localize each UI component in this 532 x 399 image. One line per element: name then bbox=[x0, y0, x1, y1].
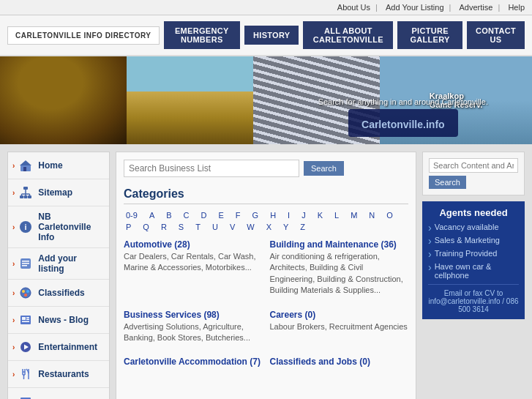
content-wrapper: › Home › Sitemap › i NB Carletonville In… bbox=[0, 144, 532, 399]
agents-item-text: Training Provided bbox=[435, 249, 498, 258]
alpha-nav-item[interactable]: K bbox=[315, 210, 325, 220]
sidebar-item-restaurants[interactable]: › Restaurants bbox=[8, 361, 109, 388]
site-logo[interactable]: CARLETONVILLE INFO DIRECTORY bbox=[7, 26, 160, 45]
agents-divider bbox=[428, 284, 519, 285]
contact-us-button[interactable]: CONTACT US bbox=[467, 21, 525, 49]
bullet-icon: › bbox=[428, 249, 432, 259]
sidebar-item-bottom[interactable]: › bbox=[8, 388, 109, 399]
alpha-nav-item[interactable]: P bbox=[124, 222, 133, 232]
category-desc: Car Dealers, Car Rentals, Car Wash, Mari… bbox=[124, 251, 263, 274]
svg-point-20 bbox=[26, 290, 29, 293]
bottom-icon bbox=[18, 393, 34, 399]
svg-marker-1 bbox=[20, 160, 31, 165]
sidebar-label-home: Home bbox=[38, 160, 62, 171]
alpha-nav-item[interactable]: A bbox=[147, 210, 157, 220]
all-about-button[interactable]: ALL ABOUT CARLETONVILLE bbox=[303, 21, 393, 49]
bullet-icon: › bbox=[428, 236, 432, 246]
alpha-nav-item[interactable]: N bbox=[367, 210, 377, 220]
category-name[interactable]: Automotive (28) bbox=[124, 239, 263, 250]
alpha-nav-item[interactable]: X bbox=[264, 222, 274, 232]
alpha-nav-item[interactable]: U bbox=[210, 222, 220, 232]
categories-title: Categories bbox=[124, 187, 408, 204]
sidebar-label-add-listing: Add your listing bbox=[38, 253, 105, 274]
sidebar-label-sitemap: Sitemap bbox=[38, 187, 72, 198]
alpha-nav-item[interactable]: Q bbox=[141, 222, 151, 232]
chevron-right-icon: › bbox=[12, 162, 15, 170]
alpha-nav-item[interactable]: J bbox=[299, 210, 308, 220]
picture-gallery-button[interactable]: PICTURE GALLERY bbox=[397, 21, 462, 49]
sidebar-item-news[interactable]: › News - Blog bbox=[8, 307, 109, 334]
agents-item: ›Training Provided bbox=[428, 249, 519, 259]
add-listing-link[interactable]: Add Your Listing bbox=[386, 3, 444, 12]
alpha-nav-item[interactable]: G bbox=[250, 210, 261, 220]
alpha-nav-item[interactable]: R bbox=[159, 222, 169, 232]
category-item: Business Services (98)Advertising Soluti… bbox=[124, 310, 263, 344]
right-panel: Search Agents needed ›Vacancy available›… bbox=[422, 152, 525, 399]
search-row: Search bbox=[124, 160, 408, 177]
home-icon bbox=[18, 157, 34, 174]
search-input[interactable] bbox=[124, 160, 299, 177]
alpha-nav-item[interactable]: H bbox=[268, 210, 278, 220]
about-us-link[interactable]: About Us bbox=[337, 3, 370, 12]
sidebar-item-entertainment[interactable]: › Entertainment bbox=[8, 334, 109, 361]
chevron-right-icon: › bbox=[12, 223, 15, 231]
banner-overlay: Search for anything in and around Carlet… bbox=[318, 97, 488, 137]
sidebar-item-add-listing[interactable]: › Add your listing bbox=[8, 248, 109, 280]
svg-point-21 bbox=[24, 294, 27, 297]
category-item: Careers (0)Labour Brokers, Recruitment A… bbox=[270, 310, 409, 344]
alpha-nav-item[interactable]: F bbox=[233, 210, 243, 220]
agents-item: ›Sales & Marketing bbox=[428, 236, 519, 246]
svg-rect-26 bbox=[22, 321, 29, 323]
history-button[interactable]: HISTORY bbox=[244, 26, 299, 45]
svg-rect-5 bbox=[24, 195, 28, 198]
category-name[interactable]: Carletonville Accommodation (7) bbox=[124, 357, 263, 367]
svg-rect-15 bbox=[22, 261, 29, 262]
info-icon: i bbox=[18, 219, 34, 235]
alpha-nav-item[interactable]: W bbox=[244, 222, 256, 232]
alpha-nav-item[interactable]: Z bbox=[298, 222, 307, 232]
category-name[interactable]: Careers (0) bbox=[270, 310, 409, 320]
category-name[interactable]: Business Services (98) bbox=[124, 310, 263, 320]
alpha-nav-item[interactable]: V bbox=[228, 222, 237, 232]
right-search-button[interactable]: Search bbox=[429, 176, 466, 189]
sidebar-label-classifieds: Classifieds bbox=[38, 288, 84, 298]
alpha-nav-item[interactable]: S bbox=[176, 222, 186, 232]
category-name[interactable]: Classifieds and Jobs (0) bbox=[270, 357, 409, 367]
sidebar-label-news: News - Blog bbox=[38, 315, 89, 325]
bullet-icon: › bbox=[428, 262, 432, 272]
entertainment-icon bbox=[18, 339, 34, 355]
sidebar-item-nb-info[interactable]: › i NB Carletonville Info bbox=[8, 206, 109, 248]
help-link[interactable]: Help bbox=[508, 3, 525, 12]
alpha-nav-item[interactable]: D bbox=[199, 210, 209, 220]
category-item: Carletonville Accommodation (7) bbox=[124, 357, 263, 368]
banner-logo-suffix: .info bbox=[423, 119, 445, 130]
right-search-input[interactable] bbox=[429, 158, 518, 173]
alpha-nav-item[interactable]: Y bbox=[281, 222, 291, 232]
sitemap-icon bbox=[18, 184, 34, 201]
svg-rect-2 bbox=[23, 167, 26, 171]
category-desc: Labour Brokers, Recruitment Agencies bbox=[270, 321, 409, 332]
advertise-link[interactable]: Advertise bbox=[460, 3, 493, 12]
sidebar-item-sitemap[interactable]: › Sitemap bbox=[8, 179, 109, 206]
alpha-nav-item[interactable]: 0-9 bbox=[124, 210, 140, 220]
alpha-nav-item[interactable]: L bbox=[332, 210, 341, 220]
category-name[interactable]: Building and Maintenance (36) bbox=[270, 239, 409, 250]
sidebar-item-home[interactable]: › Home bbox=[8, 152, 109, 179]
alpha-nav-item[interactable]: B bbox=[164, 210, 173, 220]
svg-text:i: i bbox=[25, 223, 27, 231]
alpha-nav-item[interactable]: C bbox=[181, 210, 192, 220]
sidebar-item-classifieds[interactable]: › Classifieds bbox=[8, 280, 109, 307]
emergency-numbers-button[interactable]: EMERGENCY NUMBERS bbox=[164, 21, 241, 49]
agents-item-text: Have own car & cellphone bbox=[435, 262, 519, 280]
agents-contact: Email or fax CV to info@carletonville.in… bbox=[428, 289, 519, 313]
alpha-nav-item[interactable]: T bbox=[193, 222, 203, 232]
banner-photo-ostrich bbox=[0, 56, 127, 144]
chevron-right-icon: › bbox=[12, 289, 15, 297]
alpha-nav-item[interactable]: O bbox=[384, 210, 395, 220]
alpha-nav-item[interactable]: E bbox=[217, 210, 226, 220]
alpha-nav-item[interactable]: M bbox=[348, 210, 359, 220]
category-item: Automotive (28)Car Dealers, Car Rentals,… bbox=[124, 239, 263, 297]
alpha-nav-item[interactable]: I bbox=[285, 210, 292, 220]
chevron-right-icon: › bbox=[12, 189, 15, 197]
search-button[interactable]: Search bbox=[304, 161, 344, 176]
